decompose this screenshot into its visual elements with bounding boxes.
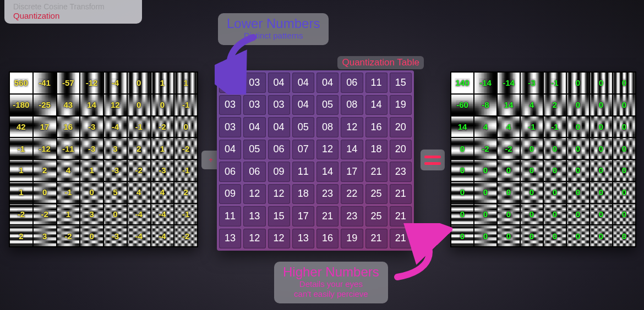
dct-cell: -12 <box>34 138 56 159</box>
qtable-cell: 12 <box>243 229 265 249</box>
qtable-cell: 12 <box>268 184 290 204</box>
dct-cell: 0 <box>451 160 473 181</box>
dct-value: 0 <box>598 209 604 219</box>
dct-value: -1 <box>182 100 190 109</box>
dct-value: 14 <box>86 100 97 109</box>
dct-cell: -4 <box>128 204 150 225</box>
dct-cell: 0 <box>544 225 566 246</box>
callout-bottom-heading: Higher Numbers <box>283 265 379 279</box>
dct-value: -12 <box>85 78 99 87</box>
dct-cell: 1 <box>10 160 32 181</box>
dct-value: 1 <box>18 187 24 197</box>
dct-value: -41 <box>38 78 51 87</box>
dct-cell: 0 <box>451 182 473 203</box>
dct-value: 17 <box>40 122 50 131</box>
dct-cell: 0 <box>613 117 635 137</box>
qtable-cell: 15 <box>268 206 290 226</box>
dct-value: 2 <box>18 231 24 241</box>
dct-cell: 0 <box>544 182 566 203</box>
dct-value: 0 <box>552 187 558 197</box>
dct-cell: 0 <box>544 138 566 159</box>
dct-cell: -1 <box>521 117 543 137</box>
qtable-cell: 23 <box>341 206 363 226</box>
dct-cell: 0 <box>567 160 589 181</box>
dct-value: 14 <box>504 100 514 109</box>
dct-value: 42 <box>16 122 26 131</box>
dct-value: -11 <box>62 144 75 153</box>
dct-cell: 0 <box>174 117 197 137</box>
dct-cell: 2 <box>544 95 566 115</box>
dct-cell: 2 <box>128 138 150 159</box>
dct-cell: 0 <box>613 204 635 225</box>
dct-value: -1 <box>527 122 536 131</box>
qtable-cell: 18 <box>292 184 314 204</box>
dct-value: 0 <box>621 122 627 131</box>
dct-value: 0 <box>575 209 581 219</box>
qtable-cell: 12 <box>268 229 290 249</box>
dct-value: -2 <box>481 144 489 153</box>
dct-value: 0 <box>112 209 118 219</box>
dct-cell: -60 <box>451 95 473 115</box>
dct-cell: 0 <box>613 225 635 246</box>
dct-value: 2 <box>136 144 141 153</box>
dct-cell: 12 <box>104 95 127 115</box>
dct-cell: 0 <box>567 117 589 137</box>
qtable-cell: 23 <box>390 162 412 182</box>
qtable-cell: 04 <box>219 73 241 93</box>
qtable-cell: 04 <box>268 73 290 93</box>
dct-value: -2 <box>158 122 166 131</box>
dct-cell: -1 <box>174 204 197 225</box>
dct-value: 0 <box>575 78 581 87</box>
quantization-table-label: Quantization Table <box>337 56 424 69</box>
qtable-cell: 22 <box>341 184 363 204</box>
qtable-cell: 19 <box>390 95 412 115</box>
dct-value: 1 <box>89 165 94 175</box>
dct-value: 560 <box>14 78 29 87</box>
dct-value: 0 <box>136 78 141 87</box>
qtable-cell: 08 <box>316 117 339 137</box>
qtable-cell: 04 <box>292 73 314 93</box>
dct-cell: 0 <box>567 138 589 159</box>
dct-cell: 0 <box>451 204 473 225</box>
dct-value: -2 <box>64 231 72 241</box>
dct-cell: 0 <box>544 204 566 225</box>
qtable-cell: 21 <box>390 229 412 249</box>
dct-value: 0 <box>506 187 511 197</box>
dct-value: -1 <box>134 122 143 131</box>
qtable-cell: 05 <box>292 117 314 137</box>
dct-cell: -2 <box>474 138 496 159</box>
dct-cell: 4 <box>57 160 80 181</box>
dct-cell: -8 <box>474 95 496 115</box>
dct-cell: 14 <box>451 117 473 137</box>
dct-value: 0 <box>598 122 604 131</box>
dct-value: -1 <box>550 78 559 87</box>
dct-cell: 140 <box>451 73 473 93</box>
dct-value: 0 <box>506 231 511 241</box>
dct-cell: 3 <box>80 204 103 225</box>
dct-value: 1 <box>66 209 71 219</box>
dct-value: 5 <box>112 187 118 197</box>
dct-value: -57 <box>62 78 75 87</box>
dct-value: 0 <box>506 209 511 219</box>
dct-value: 0 <box>575 122 581 131</box>
dct-cell: -11 <box>57 138 80 159</box>
qtable-cell: 14 <box>365 95 388 115</box>
qtable-cell: 18 <box>365 140 388 160</box>
qtable-cell: 17 <box>341 162 363 182</box>
dct-cell: 0 <box>567 73 589 93</box>
dct-cell: -3 <box>521 73 543 93</box>
dct-cell: 4 <box>128 182 150 203</box>
dct-cell: 0 <box>590 204 612 225</box>
qtable-cell: 21 <box>390 184 412 204</box>
dct-value: 0 <box>552 231 558 241</box>
dct-value: 2 <box>552 100 558 109</box>
dct-value: 0 <box>529 209 534 219</box>
callout-bottom-sub1: Details your eyes <box>283 279 379 289</box>
dct-value: -4 <box>111 122 119 131</box>
qtable-cell: 05 <box>243 140 265 160</box>
dct-value: 0 <box>529 231 534 241</box>
dct-value: 0 <box>621 165 627 175</box>
dct-value: 1 <box>160 78 165 87</box>
dct-cell: 0 <box>567 182 589 203</box>
dct-value: 2 <box>183 187 188 197</box>
